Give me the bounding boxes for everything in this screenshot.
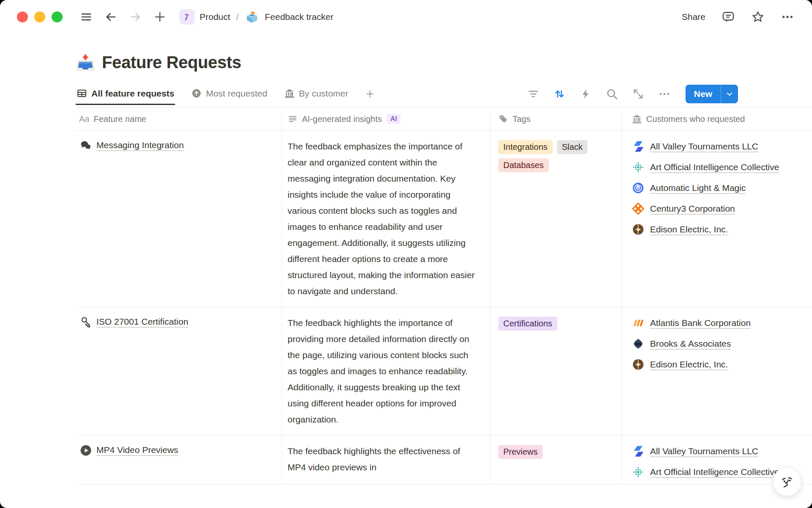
column-header-tags[interactable]: Tags [491, 108, 622, 130]
notion-face-icon [779, 473, 796, 490]
breadcrumb: Product / Feedback tracker [179, 9, 333, 25]
tag-pill[interactable]: Slack [557, 140, 588, 154]
avt-logo-icon [632, 140, 645, 153]
column-header-feature-name[interactable]: Aa Feature name [76, 108, 282, 130]
add-view-button[interactable] [365, 83, 376, 105]
more-icon[interactable] [658, 87, 671, 101]
column-header-ai-insights[interactable]: AI-generated insights AI [282, 108, 491, 130]
tag-icon [498, 114, 508, 124]
customer-name[interactable]: Century3 Corporation [650, 204, 735, 214]
avt-logo-icon [632, 445, 645, 458]
feature-name-link[interactable]: Messaging Integration [96, 140, 184, 150]
tab-label: Most requested [206, 88, 267, 99]
new-button[interactable]: New [686, 85, 738, 103]
ai-insights-cell[interactable]: The feedback highlights the importance o… [282, 307, 491, 435]
traffic-lights [17, 11, 63, 22]
new-button-label[interactable]: New [686, 85, 721, 103]
chevron-down-icon[interactable] [721, 85, 738, 103]
tags-cell[interactable]: Certifications [491, 307, 622, 435]
view-tabs-bar: All feature requests Most requested By c… [76, 83, 738, 105]
ballot-cube-icon[interactable] [244, 9, 260, 25]
bank-icon [284, 88, 295, 99]
feature-name-cell[interactable]: ISO 27001 Certification [76, 307, 282, 435]
customers-cell[interactable]: Atlantis Bank CorporationBrooks & Associ… [622, 307, 812, 435]
customers-cell[interactable]: All Valley Tournaments LLCArt Official I… [622, 131, 812, 307]
breadcrumb-workspace[interactable]: Product [200, 12, 230, 22]
back-icon[interactable] [104, 10, 118, 24]
customer-link[interactable]: All Valley Tournaments LLC [632, 140, 812, 153]
share-button[interactable]: Share [682, 12, 705, 22]
customer-name[interactable]: Art Official Intelligence Collective [650, 467, 779, 477]
column-header-customers[interactable]: Customers who requested [622, 108, 812, 130]
customer-link[interactable]: Atlantis Bank Corporation [632, 317, 812, 329]
bank-icon [632, 114, 642, 124]
customer-name[interactable]: Edison Electric, Inc. [650, 359, 728, 370]
customer-link[interactable]: Brooks & Associates [632, 337, 812, 350]
customer-name[interactable]: Brooks & Associates [650, 339, 731, 349]
speech-bubbles-icon [80, 139, 92, 154]
minimize-window-button[interactable] [34, 11, 45, 22]
feature-name-cell[interactable]: MP4 Video Previews [76, 436, 282, 484]
text-icon: Aa [79, 114, 89, 124]
aoic-logo-icon [632, 466, 645, 478]
customer-name[interactable]: All Valley Tournaments LLC [650, 141, 758, 152]
edison-logo-icon [632, 223, 645, 236]
table-row: ISO 27001 CertificationThe feedback high… [76, 307, 812, 436]
hamburger-menu-icon[interactable] [80, 10, 93, 24]
customer-name[interactable]: All Valley Tournaments LLC [650, 446, 758, 456]
tab-most-requested[interactable]: Most requested [190, 83, 268, 105]
feature-name-link[interactable]: ISO 27001 Certification [96, 317, 188, 327]
customer-link[interactable]: Edison Electric, Inc. [632, 223, 812, 236]
filter-icon[interactable] [527, 87, 540, 101]
tag-pill[interactable]: Previews [498, 445, 543, 459]
table-row: MP4 Video PreviewsThe feedback highlight… [76, 436, 812, 485]
column-label: Tags [513, 114, 530, 124]
breadcrumb-separator: / [236, 12, 239, 22]
comments-icon[interactable] [721, 10, 735, 24]
workspace-hammer-icon[interactable] [179, 9, 195, 25]
page-title[interactable]: Feature Requests [102, 53, 241, 72]
table-header-row: Aa Feature name AI-generated insights AI… [76, 108, 812, 131]
inbox-tray-icon[interactable] [76, 52, 95, 72]
search-icon[interactable] [605, 87, 619, 101]
automation-bolt-icon[interactable] [579, 87, 593, 101]
column-label: AI-generated insights [302, 114, 382, 124]
tag-pill[interactable]: Integrations [498, 140, 553, 154]
ai-badge: AI [387, 114, 401, 124]
expand-icon[interactable] [631, 87, 645, 101]
table-icon [77, 88, 87, 99]
tab-all-feature-requests[interactable]: All feature requests [76, 83, 175, 105]
customer-link[interactable]: Edison Electric, Inc. [632, 358, 812, 371]
tab-by-customer[interactable]: By customer [283, 83, 349, 105]
customer-name[interactable]: Art Official Intelligence Collective [650, 162, 779, 172]
feature-name-cell[interactable]: Messaging Integration [76, 131, 282, 307]
new-page-icon[interactable] [153, 10, 167, 24]
edison-logo-icon [632, 358, 645, 371]
tag-pill[interactable]: Databases [498, 158, 549, 172]
customer-name[interactable]: Automatic Light & Magic [650, 183, 746, 193]
play-circle-icon [80, 444, 92, 458]
sort-icon[interactable] [553, 87, 566, 101]
feature-name-link[interactable]: MP4 Video Previews [96, 445, 178, 455]
alm-logo-icon [632, 182, 645, 194]
customer-link[interactable]: Century3 Corporation [632, 202, 812, 215]
favorite-star-icon[interactable] [751, 10, 765, 24]
customer-link[interactable]: Art Official Intelligence Collective [632, 161, 812, 174]
customer-name[interactable]: Atlantis Bank Corporation [650, 318, 751, 328]
customer-link[interactable]: Automatic Light & Magic [632, 182, 812, 194]
tag-pill[interactable]: Certifications [498, 317, 557, 331]
ai-insights-cell[interactable]: The feedback emphasizes the importance o… [282, 131, 491, 307]
century3-logo-icon [632, 202, 645, 215]
breadcrumb-page[interactable]: Feedback tracker [265, 12, 333, 22]
tags-cell[interactable]: IntegrationsSlackDatabases [491, 131, 622, 307]
notion-ai-button[interactable] [773, 467, 801, 496]
customer-link[interactable]: All Valley Tournaments LLC [632, 445, 812, 458]
more-options-icon[interactable] [781, 10, 794, 24]
tags-cell[interactable]: Previews [491, 436, 622, 484]
forward-icon[interactable] [129, 10, 142, 24]
zoom-window-button[interactable] [52, 11, 63, 22]
tab-label: All feature requests [91, 88, 174, 99]
customer-name[interactable]: Edison Electric, Inc. [650, 224, 728, 235]
ai-insights-cell[interactable]: The feedback highlights the effectivenes… [282, 436, 491, 484]
close-window-button[interactable] [17, 11, 28, 22]
